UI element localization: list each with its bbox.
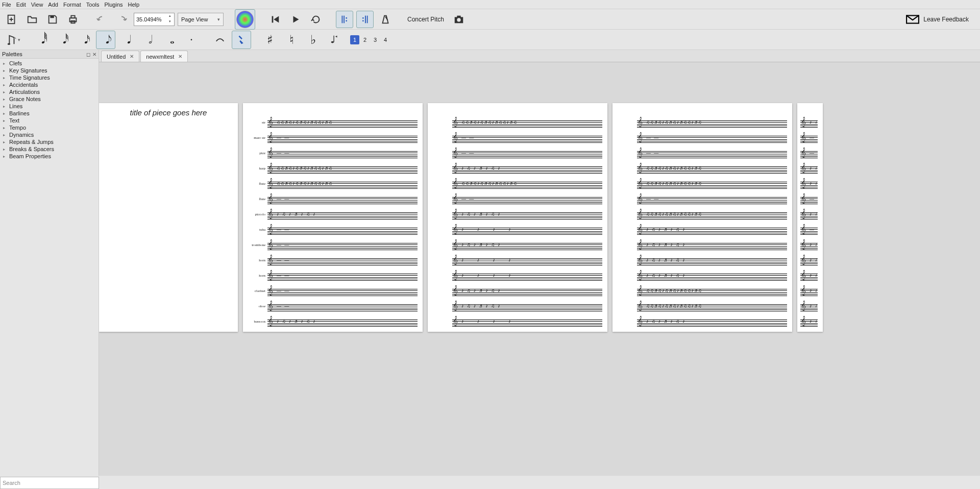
palette-item-grace-notes[interactable]: Grace Notes [0,95,99,103]
note-8th-button[interactable]: 𝅘𝅥𝅮 [96,31,115,49]
palette-item-accidentals[interactable]: Accidentals [0,81,99,88]
palette-item-dynamics[interactable]: Dynamics [0,131,99,138]
rewind-button[interactable] [266,11,284,28]
close-panel-icon[interactable]: ✕ [92,52,96,57]
treble-clef-icon: 𝄞 [268,117,273,126]
tie-button[interactable] [210,31,230,49]
menu-help[interactable]: Help [128,2,140,8]
staff-row: 𝄞♪ ♪ ♪ ♪ [452,315,602,331]
treble-clef-icon: 𝄞 [453,255,458,264]
palette-item-clefs[interactable]: Clefs [0,60,99,67]
note-16th-button[interactable]: 𝅘𝅥𝅯 [75,31,94,49]
palette-item-tempo[interactable]: Tempo [0,124,99,131]
palette-item-beam-properties[interactable]: Beam Properties [0,153,99,160]
note-32nd-button[interactable]: 𝅘𝅥𝅰 [53,31,72,49]
svg-point-10 [346,17,347,18]
view-mode-select[interactable]: Page View [178,13,224,26]
menu-edit[interactable]: Edit [16,2,26,8]
menu-tools[interactable]: Tools [86,2,100,8]
svg-point-12 [362,17,364,18]
metronome-button[interactable] [377,11,394,28]
music-notes: ♪ ♫ ♪ ♬ ♪ ♫ ♪ [646,315,786,331]
palette-item-key-signatures[interactable]: Key Signatures [0,67,99,74]
note-whole-button[interactable]: 𝅝 [160,31,180,49]
staff-row: 𝄞♪ ♪ ♪ ♪ [452,254,602,270]
natural-button[interactable]: ♮ [282,31,301,49]
palette-item-time-signatures[interactable]: Time Signatures [0,74,99,81]
play-button[interactable] [287,11,304,28]
menu-view[interactable]: View [31,2,43,8]
score-view[interactable]: title of piece goes herestr𝄞♫♫♬♫♪♫♬♫♪♬♫♫… [99,62,980,476]
voice-3-button[interactable]: 3 [371,35,380,44]
tab-untitled[interactable]: Untitled✕ [101,51,139,62]
undo-button[interactable] [93,11,110,28]
palette-item-barlines[interactable]: Barlines [0,110,99,117]
flip-button[interactable] [325,31,344,49]
undock-icon[interactable]: ◻ [86,52,90,57]
zoom-input[interactable]: 35.0494% ▴▾ [134,13,175,26]
music-notes: — — [461,193,601,208]
svg-rect-9 [344,15,345,23]
flat-button[interactable]: ♭ [303,31,323,49]
treble-clef-icon: 𝄞 [453,316,458,325]
menu-add[interactable]: Add [48,2,58,8]
staff-row: 𝄞♪ ♫ ♪ ♬ ♪ ♫ ♪ [800,300,818,315]
loop-button[interactable] [307,11,325,28]
staff-row: 𝄞♪ ♫ ♪ ♬ ♪ ♫ ♪ [637,315,787,331]
color-palette-button[interactable] [235,9,255,30]
menu-file[interactable]: File [2,2,11,8]
new-score-button[interactable] [3,11,20,28]
treble-clef-icon: 𝄞 [453,225,458,233]
concert-pitch-toggle[interactable]: Concert Pitch [407,16,444,23]
treble-clef-icon: 𝄞 [268,271,273,279]
tab-newxmltest[interactable]: newxmltest✕ [140,51,188,62]
voice-2-button[interactable]: 2 [360,35,370,44]
palette-search-input[interactable]: Search [0,477,99,489]
score-page-5[interactable]: 𝄞♪ ♫ ♪ ♬ ♪ ♫ ♪𝄞— —𝄞— —𝄞♪ ♫ ♪ ♬ ♪ ♫ ♪𝄞♪ ♫… [797,103,823,332]
music-notes: — — [461,132,601,147]
open-button[interactable] [23,11,41,28]
staff-row: 𝄞♪ ♪ ♪ ♪ [452,270,602,285]
staff-row: 𝄞♫♫♬♫♪♫♬♫♪♬♫♫♪♬♫ [637,116,787,132]
score-page-3[interactable]: 𝄞♫♫♬♫♪♫♬♫♪♬♫♫♪♬♫𝄞— —𝄞— —𝄞♪ ♫ ♪ ♬ ♪ ♫ ♪𝄞♫… [428,103,607,332]
score-page-2[interactable]: str𝄞♫♫♬♫♪♫♬♫♪♬♫♫♪♬♫marc str𝄞— —pizz𝄞— —h… [243,103,423,332]
repeat-end-button[interactable] [356,11,374,28]
redo-button[interactable] [113,11,131,28]
voice-4-button[interactable]: 4 [381,35,390,44]
treble-clef-icon: 𝄞 [453,117,458,126]
palette-item-breaks-spacers[interactable]: Breaks & Spacers [0,145,99,153]
palette-item-articulations[interactable]: Articulations [0,88,99,95]
menu-format[interactable]: Format [63,2,81,8]
voice-1-button[interactable]: 1 [350,35,359,44]
score-page-1[interactable]: title of piece goes here [99,103,238,332]
svg-rect-15 [367,15,368,23]
staff-row: horn𝄞— — [267,254,418,270]
treble-clef-icon: 𝄞 [801,133,806,141]
note-input-button[interactable]: ▾ [3,31,22,49]
palette-item-repeats-jumps[interactable]: Repeats & Jumps [0,138,99,145]
palette-item-text[interactable]: Text [0,117,99,124]
tab-close-icon[interactable]: ✕ [178,54,182,59]
repeat-start-button[interactable] [336,11,353,28]
note-64th-button[interactable]: 𝅘𝅥𝅱 [32,31,51,49]
document-tabs: Untitled✕newxmltest✕ [99,50,980,62]
save-button[interactable] [44,11,61,28]
treble-clef-icon: 𝄞 [268,163,273,172]
palette-item-lines[interactable]: Lines [0,103,99,110]
camera-button[interactable] [450,11,468,28]
rest-button[interactable] [232,31,251,49]
repeat-end-icon [359,14,371,25]
menu-plugins[interactable]: Plugins [104,2,122,8]
feedback-link[interactable]: Leave Feedback [906,15,977,24]
palettes-title: Palettes [2,51,22,57]
note-quarter-button[interactable]: 𝅘𝅥 [117,31,137,49]
staff-row: 𝄞— — [800,147,818,162]
sharp-button[interactable]: ♯ [260,31,280,49]
zoom-spinner[interactable]: ▴▾ [167,14,173,25]
tab-close-icon[interactable]: ✕ [130,54,134,59]
print-button[interactable] [64,11,82,28]
dot-button[interactable]: · [182,31,201,49]
staff-row: 𝄞— — [800,224,818,239]
note-half-button[interactable]: 𝅗𝅥 [139,31,158,49]
score-page-4[interactable]: 𝄞♫♫♬♫♪♫♬♫♪♬♫♫♪♬♫𝄞— —𝄞— —𝄞♫♫♬♫♪♫♬♫♪♬♫♫♪♬♫… [612,103,792,332]
